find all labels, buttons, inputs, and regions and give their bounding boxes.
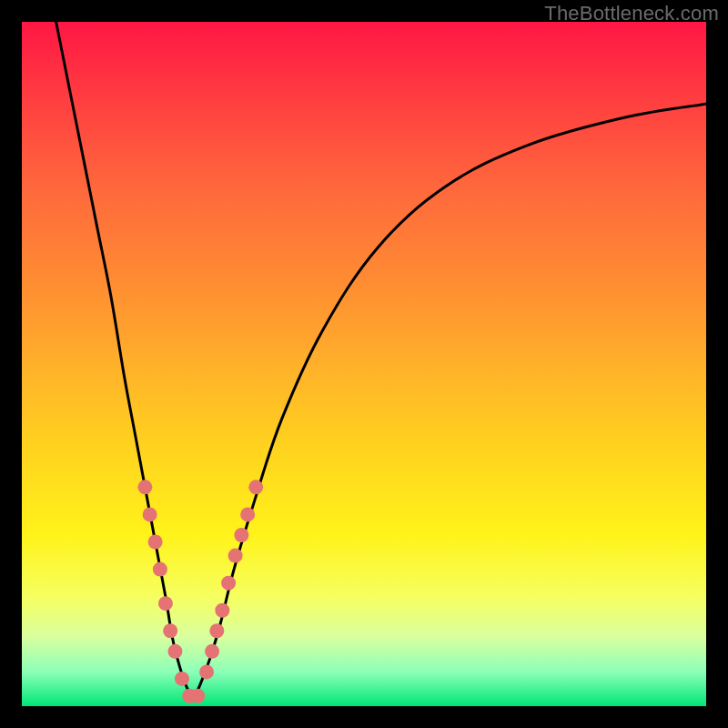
data-marker [143,507,157,521]
data-marker [215,603,229,618]
data-marker [234,528,248,542]
data-marker [167,644,182,659]
data-marker [153,562,167,577]
data-marker [163,623,177,638]
data-marker [199,664,214,679]
chart-svg [22,22,706,706]
data-marker [158,596,173,611]
data-marker [137,480,152,494]
data-marker [228,549,243,563]
data-marker [248,480,263,494]
watermark-text: TheBottleneck.com [544,2,719,25]
data-marker [190,689,205,703]
data-marker [175,672,189,686]
data-marker [221,576,236,591]
plot-area [22,22,706,706]
data-marker [148,535,163,550]
data-marker [205,644,219,659]
data-marker [240,507,255,521]
data-marker [209,623,224,638]
curve-left-branch [56,22,193,699]
chart-frame: TheBottleneck.com [0,0,728,728]
curve-right-branch [193,104,706,699]
